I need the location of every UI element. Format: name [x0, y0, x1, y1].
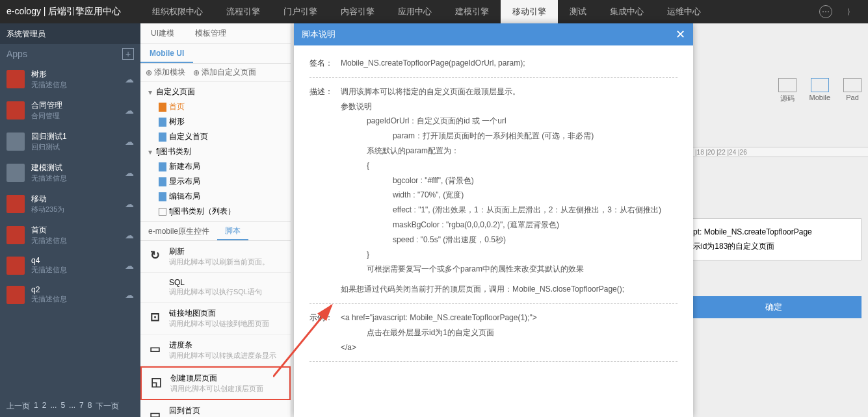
- app-info: 树形无描述信息: [31, 69, 118, 90]
- user-bar: 系统管理员: [0, 23, 140, 44]
- add-custom-page-button[interactable]: ⊕ 添加自定义页面: [193, 67, 256, 78]
- top-nav-item[interactable]: 内容引擎: [329, 0, 386, 23]
- tree-new-layout[interactable]: 新建布局: [140, 159, 291, 174]
- tab-mobile-ui[interactable]: Mobile UI: [140, 44, 193, 63]
- modal-title-bar: 脚本说明 ✕: [294, 23, 693, 45]
- script-item[interactable]: ▭ 进度条调用此脚本可以转换成进度条显示: [140, 335, 291, 366]
- app-info: q4无描述信息: [31, 256, 118, 275]
- app-thumb: [7, 226, 25, 244]
- toolbar-item[interactable]: Pad: [843, 78, 861, 103]
- top-nav-item[interactable]: 流程引擎: [215, 0, 272, 23]
- cloud-icon: ☁: [125, 74, 134, 84]
- top-nav-item[interactable]: 集成中心: [598, 0, 655, 23]
- app-item[interactable]: 树形无描述信息 ☁: [0, 64, 140, 95]
- modal-script-description: 脚本说明 ✕ 签名： Mobile_NS.createTopfloorPage(…: [294, 23, 693, 417]
- mobile-ui-tabs: Mobile UI: [140, 44, 291, 64]
- logo: e-cology | 后端引擎应用中心: [0, 6, 140, 18]
- script-item[interactable]: ↻ 刷新调用此脚本可以刷新当前页面。: [140, 241, 291, 273]
- page-link[interactable]: 1: [34, 401, 38, 412]
- page-link[interactable]: 下一页: [96, 401, 119, 412]
- desc-label: 描述：: [309, 84, 341, 297]
- app-info: 建模测试无描述信息: [31, 162, 118, 183]
- top-nav-item[interactable]: 建模引擎: [443, 0, 501, 23]
- app-list: 树形无描述信息 ☁ 合同管理合同管理 ☁ 回归测试1回归测试 ☁ 建模测试无描述…: [0, 64, 140, 396]
- left-sidebar: 系统管理员 Apps + 树形无描述信息 ☁ 合同管理合同管理 ☁ 回归测试1回…: [0, 23, 140, 417]
- script-tabs: e-mobile原生控件脚本: [140, 221, 291, 241]
- top-nav-item[interactable]: 门户引擎: [272, 0, 329, 23]
- desc-content: 调用该脚本可以将指定的自定义页面在最顶层显示。 参数说明 pageIdOrUrl…: [341, 84, 677, 297]
- script-item[interactable]: ◱ 创建顶层页面调用此脚本可以创建顶层页面: [140, 366, 291, 400]
- tree-edit-layout[interactable]: 编辑布局: [140, 189, 291, 204]
- page-link[interactable]: 5: [60, 401, 65, 412]
- page-link[interactable]: ...: [69, 401, 75, 412]
- signature-value: Mobile_NS.createTopfloorPage(pageIdOrUrl…: [341, 56, 677, 71]
- page-link[interactable]: 7: [79, 401, 84, 412]
- app-item[interactable]: 建模测试无描述信息 ☁: [0, 157, 140, 188]
- app-info: 合同管理合同管理: [31, 100, 118, 121]
- top-nav-item[interactable]: 移动引擎: [501, 0, 558, 23]
- script-text: SQL调用此脚本可以执行SQL语句: [169, 278, 285, 297]
- script-item[interactable]: ⊡ 链接地图页面调用此脚本可以链接到地图页面: [140, 303, 291, 335]
- top-nav-item[interactable]: 运维中心: [655, 0, 713, 23]
- script-tab[interactable]: e-mobile原生控件: [140, 222, 217, 240]
- example-label: 示例：: [309, 310, 341, 355]
- app-item[interactable]: q4无描述信息 ☁: [0, 251, 140, 280]
- script-tab[interactable]: 脚本: [217, 222, 248, 240]
- sub-tab[interactable]: UI建模: [140, 23, 185, 44]
- close-icon[interactable]: ✕: [676, 27, 685, 42]
- tree-show-layout[interactable]: 显示布局: [140, 174, 291, 189]
- confirm-button[interactable]: 确定: [686, 296, 861, 318]
- app-info: 首页无描述信息: [31, 225, 118, 246]
- app-item[interactable]: q2无描述信息 ☁: [0, 280, 140, 309]
- app-thumb: [7, 286, 25, 304]
- mid-panel: UI建模模板管理 Mobile UI ⊕ 添加模块 ⊕ 添加自定义页面 自定义页…: [140, 23, 291, 417]
- options-icon[interactable]: ⋯: [819, 5, 832, 18]
- app-item[interactable]: 合同管理合同管理 ☁: [0, 95, 140, 126]
- add-module-button[interactable]: ⊕ 添加模块: [146, 67, 185, 78]
- apps-header: Apps +: [0, 44, 140, 64]
- top-nav-item[interactable]: 组织权限中心: [140, 0, 215, 23]
- app-info: 回归测试1回归测试: [31, 131, 118, 152]
- top-nav: 组织权限中心流程引擎门户引擎内容引擎应用中心建模引擎移动引擎测试集成中心运维中心: [140, 0, 819, 23]
- script-item[interactable]: ▭ 回到首页调用此脚本可以回到首页。: [140, 400, 291, 417]
- app-item[interactable]: 移动移动235为 ☁: [0, 188, 140, 220]
- app-item[interactable]: 首页无描述信息 ☁: [0, 220, 140, 251]
- tree-tree[interactable]: 树形: [140, 114, 291, 129]
- cloud-icon: ☁: [125, 105, 134, 116]
- sub-tab[interactable]: 模板管理: [185, 23, 237, 44]
- app-item[interactable]: 回归测试1回归测试 ☁: [0, 126, 140, 157]
- script-item[interactable]: SQL调用此脚本可以执行SQL语句: [140, 273, 291, 303]
- ruler: |18 |20 |22 |24 |26: [692, 147, 868, 157]
- expand-icon[interactable]: ⟩: [842, 5, 855, 18]
- tree-book-list[interactable]: fj图书类别（列表）: [140, 204, 291, 219]
- modal-body: 签名： Mobile_NS.createTopfloorPage(pageIdO…: [294, 45, 693, 417]
- app-thumb: [7, 257, 25, 275]
- code-line: pt: Mobile_NS.createTopfloorPage: [693, 225, 854, 240]
- modal-title: 脚本说明: [302, 29, 335, 40]
- page-link[interactable]: 8: [88, 401, 92, 412]
- top-header: e-cology | 后端引擎应用中心 组织权限中心流程引擎门户引擎内容引擎应用…: [0, 0, 868, 23]
- script-text: 回到首页调用此脚本可以回到首页。: [169, 405, 285, 417]
- page-link[interactable]: 2: [42, 401, 47, 412]
- tree-book-category[interactable]: fj图书类别: [140, 144, 291, 159]
- top-nav-item[interactable]: 测试: [558, 0, 598, 23]
- script-text: 刷新调用此脚本可以刷新当前页面。: [169, 246, 285, 267]
- example-content: <a href="javascript: Mobile_NS.createTop…: [341, 310, 677, 355]
- toolbar-item[interactable]: Mobile: [809, 78, 830, 103]
- tree-custom-pages[interactable]: 自定义页面: [140, 84, 291, 99]
- cloud-icon: ☁: [125, 199, 134, 209]
- app-thumb: [7, 101, 25, 120]
- add-actions: ⊕ 添加模块 ⊕ 添加自定义页面: [140, 64, 291, 82]
- page-link[interactable]: ...: [50, 401, 57, 412]
- top-nav-item[interactable]: 应用中心: [386, 0, 443, 23]
- script-icon: ⊡: [146, 308, 164, 326]
- page-link[interactable]: 上一页: [7, 401, 30, 412]
- tree-home[interactable]: 首页: [140, 99, 291, 114]
- toolbar-item[interactable]: 源码: [778, 78, 796, 103]
- add-app-button[interactable]: +: [122, 48, 134, 60]
- cloud-icon: ☁: [125, 136, 134, 147]
- tree-custom-home[interactable]: 自定义首页: [140, 129, 291, 144]
- code-line: 示id为183的自定义页面: [693, 240, 854, 254]
- doc-icon: [159, 162, 166, 171]
- doc-icon: [159, 133, 166, 142]
